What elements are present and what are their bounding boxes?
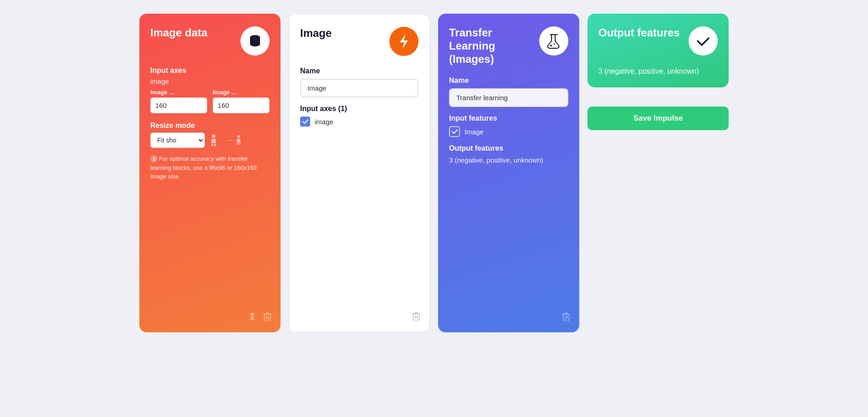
card4-title: Output features bbox=[598, 26, 680, 40]
resize-mode-select[interactable]: Fit sho Fit Stretch Squash bbox=[150, 132, 205, 148]
check-icon bbox=[695, 33, 711, 49]
person-resize-icon bbox=[236, 135, 247, 146]
card3-delete-icon[interactable] bbox=[562, 312, 570, 323]
width-input[interactable] bbox=[150, 97, 207, 113]
card3-checkbox-row: Image bbox=[449, 126, 568, 137]
output-features-card: Output features 3 (negative, positive, u… bbox=[587, 14, 729, 87]
height-label: Image ... bbox=[213, 89, 270, 96]
card2-checkbox-label: image bbox=[315, 118, 333, 126]
card3-output-features-label: Output features bbox=[449, 144, 568, 153]
save-impulse-button[interactable]: Save Impulse bbox=[587, 107, 729, 130]
card3-header: Transfer Learning (Images) bbox=[449, 26, 568, 66]
output-column: Output features 3 (negative, positive, u… bbox=[587, 14, 729, 130]
card2-name-label: Name bbox=[300, 67, 419, 75]
transfer-learning-card: Transfer Learning (Images) Name Input fe… bbox=[438, 14, 579, 332]
svg-rect-7 bbox=[237, 143, 238, 145]
card2-checkbox-row: image bbox=[300, 117, 419, 127]
image-data-card: Image data Input axes image Image ... Im… bbox=[139, 14, 281, 332]
card2-name-input[interactable] bbox=[300, 79, 419, 97]
info-icon: ℹ bbox=[150, 155, 158, 163]
person-icon bbox=[210, 134, 223, 147]
height-col: Image ... bbox=[213, 89, 270, 113]
resize-row: Fit sho Fit Stretch Squash → bbox=[150, 132, 270, 148]
svg-point-5 bbox=[237, 135, 240, 138]
svg-point-10 bbox=[550, 45, 552, 46]
height-input[interactable] bbox=[213, 97, 270, 113]
output-features-text: 3 (negative, positive, unknown) bbox=[598, 66, 718, 76]
svg-point-1 bbox=[212, 134, 215, 138]
arrow-icon: → bbox=[226, 136, 233, 144]
resize-icon: → bbox=[210, 134, 247, 147]
dimensions-row: Image ... Image ... bbox=[150, 89, 270, 113]
card4-header: Output features bbox=[598, 26, 718, 56]
svg-rect-2 bbox=[211, 139, 216, 143]
input-axes-value: image bbox=[150, 77, 270, 85]
card4-icon-circle bbox=[689, 26, 718, 56]
card1-title: Image data bbox=[150, 26, 207, 40]
width-col: Image ... bbox=[150, 89, 207, 113]
card3-checkbox-label: Image bbox=[465, 128, 484, 136]
svg-rect-4 bbox=[214, 144, 216, 146]
card3-name-label: Name bbox=[449, 76, 568, 85]
card3-output-features-value: 3 (negative, positive, unknown) bbox=[449, 156, 568, 164]
card2-icon-circle bbox=[389, 27, 419, 56]
delete-icon[interactable] bbox=[263, 312, 271, 323]
image-card: Image Name Input axes (1) image bbox=[289, 14, 430, 332]
card1-bottom-icons bbox=[248, 312, 271, 323]
svg-rect-3 bbox=[211, 144, 213, 146]
card2-axes-label: Input axes (1) bbox=[300, 105, 419, 113]
lightning-icon bbox=[397, 33, 411, 50]
card1-icon-circle bbox=[240, 26, 270, 56]
card2-delete-icon[interactable] bbox=[412, 311, 420, 323]
usb-icon[interactable] bbox=[248, 312, 257, 323]
database-icon bbox=[247, 33, 263, 49]
card3-title: Transfer Learning (Images) bbox=[449, 26, 539, 66]
card2-bottom-icons bbox=[412, 311, 420, 323]
width-label: Image ... bbox=[150, 89, 207, 96]
card1-header: Image data bbox=[150, 26, 270, 56]
card3-input-features-label: Input features bbox=[449, 114, 568, 122]
card2-header: Image bbox=[300, 27, 419, 56]
svg-point-11 bbox=[554, 44, 555, 45]
card3-bottom-icons bbox=[562, 312, 570, 323]
resize-mode-label: Resize mode bbox=[150, 122, 270, 130]
card3-icon-circle bbox=[539, 26, 568, 56]
info-text: ℹFor optimal accuracy with transfer lear… bbox=[150, 154, 270, 181]
svg-marker-9 bbox=[400, 34, 408, 49]
card2-checkbox[interactable] bbox=[300, 117, 310, 127]
card3-name-input[interactable] bbox=[449, 88, 568, 107]
card2-title: Image bbox=[300, 27, 332, 40]
svg-rect-6 bbox=[237, 139, 240, 142]
card3-checkbox[interactable] bbox=[449, 126, 460, 137]
flask-icon bbox=[546, 33, 562, 49]
svg-rect-8 bbox=[239, 143, 240, 145]
input-axes-label: Input axes bbox=[150, 66, 270, 75]
